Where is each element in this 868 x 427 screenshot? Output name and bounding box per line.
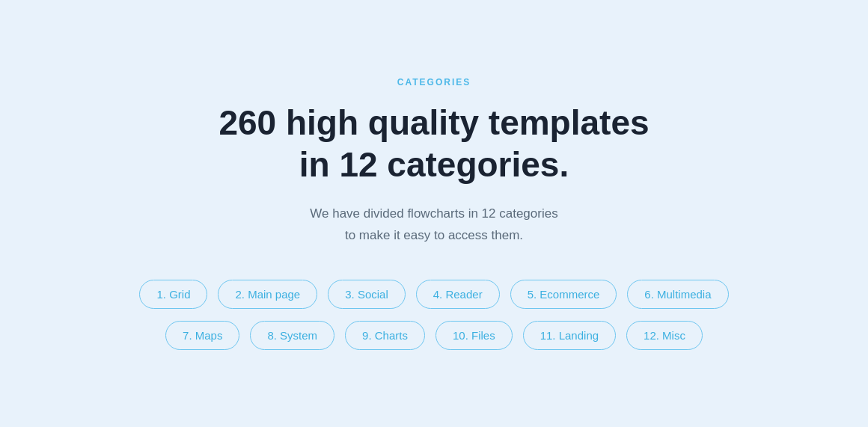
category-tag-6[interactable]: 6. Multimedia <box>627 280 728 309</box>
categories-row-1: 1. Grid2. Main page3. Social4. Reader5. … <box>139 280 728 309</box>
category-tag-11[interactable]: 11. Landing <box>523 321 616 350</box>
sub-description: We have divided flowcharts in 12 categor… <box>139 203 728 247</box>
category-tag-3[interactable]: 3. Social <box>328 280 406 309</box>
category-tag-8[interactable]: 8. System <box>250 321 334 350</box>
categories-grid: 1. Grid2. Main page3. Social4. Reader5. … <box>139 280 728 350</box>
category-tag-12[interactable]: 12. Misc <box>626 321 703 350</box>
description-line1: We have divided flowcharts in 12 categor… <box>310 206 557 221</box>
category-tag-7[interactable]: 7. Maps <box>165 321 239 350</box>
heading-line2: in 12 categories. <box>299 145 569 184</box>
category-tag-2[interactable]: 2. Main page <box>218 280 317 309</box>
category-tag-9[interactable]: 9. Charts <box>345 321 425 350</box>
category-tag-1[interactable]: 1. Grid <box>139 280 207 309</box>
main-heading: 260 high quality templates in 12 categor… <box>139 102 728 185</box>
category-tag-4[interactable]: 4. Reader <box>416 280 500 309</box>
category-tag-10[interactable]: 10. Files <box>435 321 513 350</box>
categories-row-2: 7. Maps8. System9. Charts10. Files11. La… <box>165 321 703 350</box>
page-wrapper: CATEGORIES 260 high quality templates in… <box>0 0 868 427</box>
content-container: CATEGORIES 260 high quality templates in… <box>124 47 743 379</box>
category-tag-5[interactable]: 5. Ecommerce <box>510 280 617 309</box>
section-label: CATEGORIES <box>139 77 728 87</box>
heading-line1: 260 high quality templates <box>218 103 649 142</box>
description-line2: to make it easy to access them. <box>345 228 523 242</box>
